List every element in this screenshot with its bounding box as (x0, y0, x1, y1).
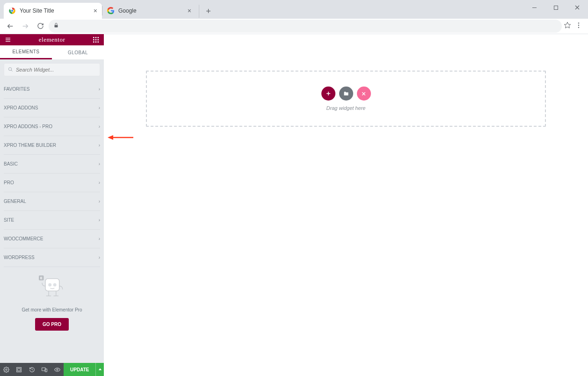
tab-label: GLOBAL (68, 50, 88, 55)
update-button[interactable]: UPDATE (64, 363, 95, 376)
omnibox[interactable] (49, 20, 562, 33)
svg-rect-18 (95, 37, 97, 38)
svg-point-2 (11, 9, 13, 12)
category-wordpress[interactable]: WORDPRESS› (4, 248, 100, 267)
nav-reload-icon[interactable] (34, 20, 47, 33)
svg-rect-9 (55, 25, 58, 28)
category-label: BASIC (4, 161, 18, 166)
tab-label: ELEMENTS (13, 49, 40, 54)
chevron-right-icon: › (99, 255, 100, 260)
category-label: WOOCOMMERCE (4, 236, 43, 241)
category-label: XPRO ADDONS (4, 105, 38, 110)
category-label: GENERAL (4, 199, 26, 204)
nav-back-icon[interactable] (4, 20, 17, 33)
history-icon[interactable] (25, 363, 38, 376)
svg-rect-38 (17, 367, 22, 372)
settings-icon[interactable] (0, 363, 13, 376)
tab-close-icon[interactable]: × (188, 7, 191, 14)
go-pro-button[interactable]: GO PRO (35, 318, 69, 331)
tab-global[interactable]: GLOBAL (52, 45, 104, 59)
drop-area-hint: Drag widget here (327, 105, 366, 111)
update-dropdown[interactable] (95, 363, 104, 376)
tab-close-icon[interactable]: × (94, 7, 97, 14)
chrome-icon (8, 7, 16, 14)
browser-tab[interactable]: Google × (102, 3, 196, 19)
category-label: PRO (4, 180, 14, 185)
window-maximize[interactable] (545, 0, 566, 15)
svg-marker-10 (564, 22, 570, 28)
add-section-button[interactable] (321, 87, 335, 101)
star-icon[interactable] (564, 22, 571, 31)
category-xpro-addons-pro[interactable]: XPRO ADDONS - PRO› (4, 117, 100, 136)
sidebar-header: elementor (0, 34, 104, 45)
category-site[interactable]: SITE› (4, 211, 100, 230)
svg-rect-21 (95, 39, 97, 41)
template-button[interactable] (339, 87, 353, 101)
category-label: FAVORITES (4, 87, 29, 92)
tab-title: Google (118, 7, 184, 14)
svg-rect-23 (93, 42, 94, 43)
category-xpro-theme-builder[interactable]: XPRO THEME BUILDER› (4, 136, 100, 155)
drop-buttons (321, 87, 371, 101)
promo-text: Get more with Elementor Pro (7, 307, 96, 312)
editor-canvas[interactable]: Drag widget here (104, 34, 588, 376)
svg-marker-43 (99, 369, 102, 370)
grid-icon[interactable] (92, 36, 100, 44)
nav-forward-icon[interactable] (19, 20, 32, 33)
svg-point-26 (8, 67, 11, 70)
brand-logo: elementor (39, 36, 65, 43)
menu-icon[interactable] (575, 22, 582, 31)
browser-tab-active[interactable]: Your Site Title × (4, 3, 102, 19)
svg-point-32 (53, 283, 57, 287)
category-xpro-addons[interactable]: XPRO ADDONS› (4, 99, 100, 117)
window-minimize[interactable] (523, 0, 545, 15)
search-widget-box[interactable] (4, 63, 100, 76)
category-label: XPRO THEME BUILDER (4, 143, 56, 148)
category-label: WORDPRESS (4, 255, 35, 260)
lock-icon (53, 22, 59, 29)
chevron-right-icon: › (99, 105, 100, 110)
drop-area[interactable]: Drag widget here (146, 71, 546, 127)
svg-rect-30 (45, 279, 59, 291)
chevron-right-icon: › (99, 87, 100, 92)
tab-title: Your Site Title (20, 7, 90, 14)
sidebar-tabs: ELEMENTS GLOBAL (0, 45, 104, 59)
close-section-button[interactable] (357, 87, 371, 101)
category-woocommerce[interactable]: WOOCOMMERCE› (4, 230, 100, 248)
chevron-right-icon: › (99, 161, 100, 166)
category-pro[interactable]: PRO› (4, 174, 100, 192)
category-label: SITE (4, 217, 14, 223)
chevron-right-icon: › (99, 124, 100, 129)
svg-point-12 (578, 24, 579, 25)
svg-point-13 (578, 27, 579, 28)
hamburger-icon[interactable] (4, 36, 12, 44)
svg-rect-19 (97, 37, 99, 38)
svg-rect-22 (97, 39, 99, 41)
window-close[interactable] (566, 0, 588, 15)
responsive-icon[interactable] (38, 363, 51, 376)
preview-icon[interactable] (51, 363, 64, 376)
svg-rect-17 (93, 37, 94, 38)
svg-rect-20 (93, 39, 94, 41)
navigator-icon[interactable] (13, 363, 25, 376)
category-label: XPRO ADDONS - PRO (4, 124, 52, 129)
svg-rect-25 (97, 42, 99, 43)
category-general[interactable]: GENERAL› (4, 192, 100, 211)
svg-text:E: E (40, 276, 43, 280)
svg-rect-4 (554, 6, 558, 9)
search-input[interactable] (16, 67, 96, 72)
window-controls (523, 0, 588, 15)
category-basic[interactable]: BASIC› (4, 155, 100, 174)
category-favorites[interactable]: FAVORITES› (4, 80, 100, 99)
chevron-right-icon: › (99, 143, 100, 148)
svg-point-42 (57, 369, 58, 370)
new-tab-button[interactable]: + (199, 5, 212, 18)
chevron-right-icon: › (99, 180, 100, 185)
sidebar-footer: UPDATE (0, 363, 104, 376)
annotation-arrow-icon (108, 134, 133, 143)
search-icon (8, 65, 13, 74)
svg-point-11 (578, 22, 579, 23)
tab-elements[interactable]: ELEMENTS (0, 45, 52, 59)
promo-area: E Get more with Elementor Pro GO PRO (4, 267, 100, 338)
address-bar (0, 19, 588, 34)
